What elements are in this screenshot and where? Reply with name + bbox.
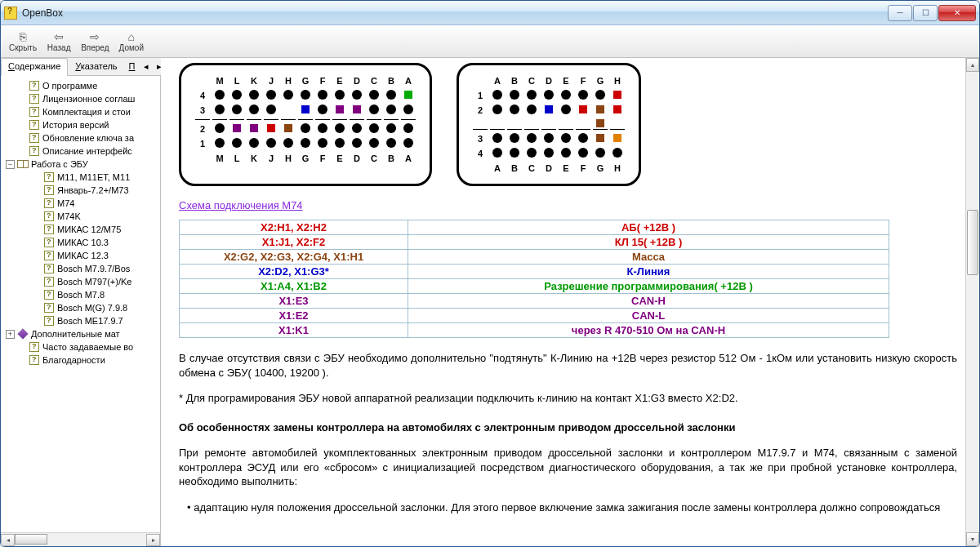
desc-cell: КЛ 15( +12В ) bbox=[408, 235, 889, 250]
help-page-icon bbox=[43, 171, 55, 183]
tree-item[interactable]: Часто задаваемые во bbox=[1, 340, 160, 354]
tree-item[interactable]: Обновление ключа за bbox=[1, 131, 160, 145]
pin-cell: X1:E3 bbox=[180, 294, 408, 309]
tree-item[interactable]: Bosch M7.9.7/Bos bbox=[1, 262, 160, 275]
desc-cell: CAN-H bbox=[408, 294, 889, 309]
tree-item[interactable]: Лицензионное соглаш bbox=[1, 92, 160, 105]
tree-item[interactable]: −Работа с ЭБУ bbox=[1, 158, 160, 171]
tree-item[interactable]: Описание интерфейс bbox=[1, 145, 160, 158]
tab-search[interactable]: П bbox=[125, 58, 140, 75]
sidebar-hscroll[interactable]: ◂ ▸ bbox=[1, 532, 160, 546]
tree-item[interactable]: M74K bbox=[1, 210, 160, 223]
tree-label: Благодарности bbox=[42, 355, 105, 365]
scroll-right-button[interactable]: ▸ bbox=[146, 534, 160, 546]
scroll-thumb[interactable] bbox=[15, 534, 47, 545]
forward-button[interactable]: ⇨Вперед bbox=[78, 27, 112, 56]
tab-index[interactable]: Указатель bbox=[68, 58, 124, 75]
tree-item[interactable]: Bosch M797(+)/Ke bbox=[1, 275, 160, 288]
pin-cell: X1:J1, X2:F2 bbox=[180, 235, 408, 250]
vscroll-track[interactable] bbox=[966, 72, 979, 532]
tree-label: Bosch M7.8 bbox=[57, 290, 105, 300]
back-button[interactable]: ⇦Назад bbox=[43, 27, 74, 56]
tree-item[interactable]: M74 bbox=[1, 197, 160, 210]
help-page-icon bbox=[43, 185, 55, 196]
help-page-icon bbox=[29, 354, 40, 366]
desc-cell: Масса bbox=[408, 250, 889, 265]
back-icon: ⇦ bbox=[51, 30, 66, 43]
tree-item[interactable]: История версий bbox=[1, 118, 160, 131]
scroll-down-button[interactable]: ▾ bbox=[966, 532, 979, 546]
tree-item[interactable]: Благодарности bbox=[1, 354, 160, 367]
help-page-icon bbox=[43, 198, 55, 209]
connector-x2: ABCDEFGH1234ABCDEFGH bbox=[457, 63, 641, 186]
tree-item[interactable]: Январь-7.2+/M73 bbox=[1, 184, 160, 197]
pin-cell: X2:D2, X1:G3* bbox=[180, 265, 408, 279]
tree-item[interactable]: Bosch M7.8 bbox=[1, 288, 160, 301]
tab-scroll-left[interactable]: ◂ bbox=[140, 58, 153, 75]
tree-item[interactable]: МИКАС 10.3 bbox=[1, 236, 160, 249]
pin-cell: X2:H1, X2:H2 bbox=[180, 220, 408, 235]
app-window: OpenBox ─ ☐ ✕ ⎘Скрыть ⇦Назад ⇨Вперед ⌂До… bbox=[0, 0, 980, 547]
schema-link[interactable]: Схема подключения M74 bbox=[179, 199, 957, 211]
nav-tabs: Содержание Указатель П ◂ ▸ bbox=[1, 58, 160, 76]
content-scroll[interactable]: MLKJHGFEDCBA4321MLKJHGFEDCBA ABCDEFGH123… bbox=[161, 58, 965, 546]
expand-icon[interactable]: + bbox=[6, 330, 15, 339]
tree-item[interactable]: МИКАС 12/M75 bbox=[1, 223, 160, 236]
tree-item[interactable]: M11, M11ET, M11 bbox=[1, 171, 160, 184]
desc-cell: К-Линия bbox=[408, 265, 889, 279]
scroll-track[interactable] bbox=[15, 534, 146, 546]
nav-tree[interactable]: О программеЛицензионное соглашКомплектац… bbox=[1, 76, 160, 532]
help-page-icon bbox=[29, 106, 40, 118]
pin-table: X2:H1, X2:H2АБ( +12В )X1:J1, X2:F2КЛ 15(… bbox=[179, 220, 889, 338]
hide-icon: ⎘ bbox=[16, 30, 30, 43]
help-page-icon bbox=[43, 211, 55, 222]
tree-item[interactable]: Bosch ME17.9.7 bbox=[1, 314, 160, 327]
tree-label: Bosch ME17.9.7 bbox=[57, 316, 123, 326]
help-page-icon bbox=[43, 315, 55, 327]
tree-item[interactable]: Комплектация и стои bbox=[1, 105, 160, 118]
window-title: OpenBox bbox=[22, 7, 888, 19]
window-buttons: ─ ☐ ✕ bbox=[888, 5, 976, 21]
para-bullet: • адаптацию нуля положения дроссельной з… bbox=[179, 500, 957, 515]
tree-label: Работа с ЭБУ bbox=[31, 159, 88, 169]
note-asterisk: * Для програмирования ЭБУ новой аппаратн… bbox=[179, 391, 957, 406]
help-page-icon bbox=[29, 145, 40, 157]
minimize-button[interactable]: ─ bbox=[888, 5, 912, 21]
tree-label: МИКАС 12.3 bbox=[57, 251, 109, 260]
section-heading: Об особенностях замены контроллера на ав… bbox=[179, 420, 957, 435]
content-vscroll[interactable]: ▴ ▾ bbox=[965, 58, 979, 546]
scroll-left-button[interactable]: ◂ bbox=[1, 534, 15, 546]
maximize-button[interactable]: ☐ bbox=[913, 5, 938, 21]
help-page-icon bbox=[43, 224, 55, 235]
pin-cell: X1:K1 bbox=[180, 323, 408, 338]
help-page-icon bbox=[43, 302, 55, 314]
hide-button[interactable]: ⎘Скрыть bbox=[6, 27, 40, 56]
expand-icon[interactable]: − bbox=[6, 160, 15, 169]
tree-item[interactable]: О программе bbox=[1, 79, 160, 92]
tree-item[interactable]: +Дополнительные мат bbox=[1, 327, 160, 340]
tree-item[interactable]: Bosch M(G) 7.9.8 bbox=[1, 301, 160, 314]
help-page-icon bbox=[29, 132, 40, 144]
tree-label: МИКАС 10.3 bbox=[57, 238, 109, 247]
tree-item[interactable]: МИКАС 12.3 bbox=[1, 249, 160, 262]
tree-label: Комплектация и стои bbox=[42, 107, 131, 117]
tree-label: Bosch M7.9.7/Bos bbox=[57, 264, 130, 274]
tab-contents[interactable]: Содержание bbox=[1, 58, 68, 76]
tree-label: История версий bbox=[42, 120, 109, 130]
desc-cell: через R 470-510 Ом на CAN-H bbox=[408, 323, 889, 338]
tree-label: О программе bbox=[42, 81, 97, 91]
home-icon: ⌂ bbox=[124, 30, 139, 43]
close-button[interactable]: ✕ bbox=[938, 5, 976, 21]
help-page-icon bbox=[43, 250, 55, 261]
sidebar: Содержание Указатель П ◂ ▸ О программеЛи… bbox=[1, 58, 161, 546]
tree-label: M11, M11ET, M11 bbox=[57, 172, 130, 182]
help-page-icon bbox=[43, 237, 55, 248]
tree-label: МИКАС 12/M75 bbox=[57, 225, 121, 234]
home-button[interactable]: ⌂Домой bbox=[116, 27, 147, 56]
tree-label: Январь-7.2+/M73 bbox=[57, 185, 129, 195]
scroll-up-button[interactable]: ▴ bbox=[966, 58, 979, 72]
note-kline: В случае отсутствия связи с ЭБУ необходи… bbox=[179, 351, 957, 380]
vscroll-thumb[interactable] bbox=[967, 210, 978, 275]
connector-diagrams: MLKJHGFEDCBA4321MLKJHGFEDCBA ABCDEFGH123… bbox=[179, 63, 957, 186]
tree-label: Дополнительные мат bbox=[31, 329, 120, 339]
